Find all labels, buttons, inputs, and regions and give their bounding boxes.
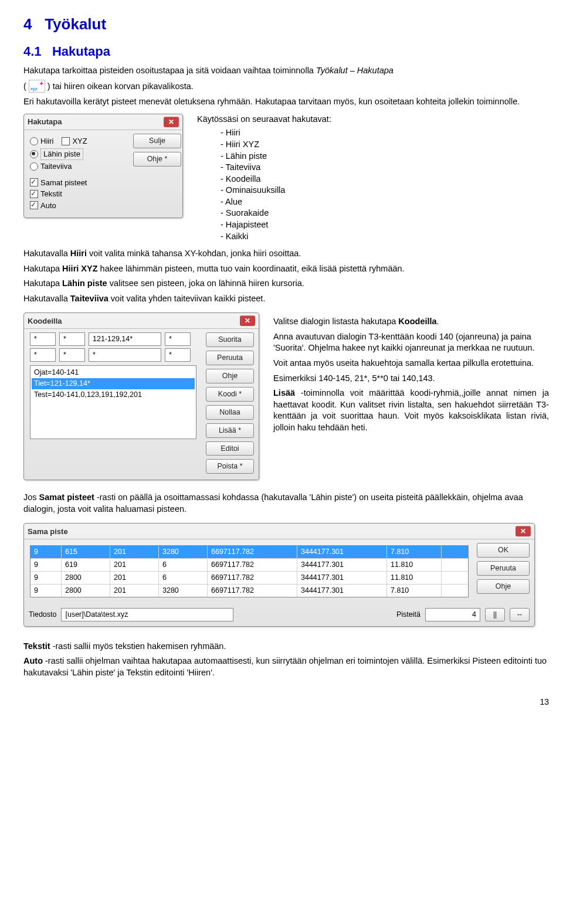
radio-taiteviiva[interactable]: Taiteviiva [30,161,124,172]
bar-button[interactable]: || [485,608,505,621]
koodeilla-dialog: Koodeilla ✕ * * 121-129,14* * * * * * [23,312,259,480]
table-row[interactable]: 9280020166697117.7823444177.30111.810 [30,572,468,585]
mid-p3: Hakutapa Lähin piste valitsee sen pistee… [23,278,549,290]
h1: 4 Työkalut [23,14,549,35]
check-samat-pisteet[interactable]: Samat pisteet [30,178,124,188]
hakutapa-dialog: Hakutapa ✕ Hiiri XYZ Lähin piste Taite [23,114,183,218]
table-row[interactable]: 961920166697117.7823444177.30111.810 [30,559,468,572]
koodeilla-p1: Valitse dialogin listasta hakutapa Koode… [273,316,549,328]
intro-p2: Eri hakutavoilla kerätyt pisteet menevät… [23,96,549,108]
dialog-title: Sama piste [28,526,68,537]
list-item: Hajapisteet [221,219,549,231]
poista-button[interactable]: Poista * [206,459,254,474]
h2: 4.1 Hakutapa [23,43,549,60]
sama-piste-dialog: Sama piste ✕ 961520132806697117.78234441… [23,523,535,626]
ohje-button[interactable]: Ohje [477,579,530,594]
radio-hiiri[interactable]: Hiiri XYZ [30,135,124,148]
koodeilla-p4: Esimerkiksi 140-145, 21*, 5**0 tai 140,1… [273,373,549,385]
table-row[interactable]: 9280020132806697117.7823444177.3017.810 [30,585,468,597]
field-r2-2[interactable]: * [59,348,85,362]
close-icon[interactable]: ✕ [164,117,179,127]
h1-num: 4 [23,15,32,33]
list-item: Alue [221,196,549,208]
pisteita-field: 4 [425,608,480,621]
footer-p1: Tekstit -rasti sallii myös tekstien hake… [23,641,549,653]
editoi-button[interactable]: Editoi [206,441,254,456]
footer-p2: Auto -rasti sallii ohjelman vaihtaa haku… [23,655,549,678]
koodeilla-p5: Lisää -toiminnolla voit määrittää koodi-… [273,388,549,433]
list-item: Ominaisuuksilla [221,185,549,196]
intro-icon-line: ( ) tai hiiren oikean korvan pikavalikos… [23,80,549,93]
check-xyz[interactable]: XYZ [62,136,87,147]
minus-button[interactable]: -- [510,608,530,621]
field-r2-3[interactable]: * [89,348,161,362]
peruuta-button[interactable]: Peruuta [206,351,254,365]
nollaa-button[interactable]: Nollaa [206,405,254,420]
koodeilla-p2: Anna avautuvan dialogin T3-kenttään kood… [273,331,549,354]
list-item: Hiiri XYZ [221,139,549,151]
list-item: Koodeilla [221,174,549,185]
label-tiedosto: Tiedosto [29,610,56,620]
lisaa-button[interactable]: Lisää * [206,423,254,438]
koodi-button[interactable]: Koodi * [206,387,254,402]
h2-text: Hakutapa [52,44,110,59]
ok-button[interactable]: OK [477,543,530,558]
list-item: Suorakaide [221,208,549,219]
modes-list: HiiriHiiri XYZLähin pisteTaiteviivaKoode… [197,127,549,242]
label-pisteita: Pisteitä [396,610,420,620]
peruuta-button[interactable]: Peruuta [477,561,530,576]
check-tekstit[interactable]: Tekstit [30,189,124,199]
mid-p4: Hakutavalla Taiteviiva voit valita yhden… [23,293,549,305]
dialog-title: Hakutapa [28,117,62,127]
close-icon[interactable]: ✕ [240,315,255,326]
ohje-button[interactable]: Ohje [206,369,254,383]
dialog-title: Koodeilla [28,316,62,327]
page-number: 13 [23,697,549,708]
ohje-button[interactable]: Ohje * [133,152,181,167]
field-r2-1[interactable]: * [30,348,56,362]
close-icon[interactable]: ✕ [515,526,531,536]
field-r2-4[interactable]: * [165,348,191,362]
field-t4[interactable]: * [165,332,191,346]
table-row[interactable]: 961520132806697117.7823444177.3017.810 [30,546,468,559]
field-t2[interactable]: * [59,332,85,346]
list-item[interactable]: Test=140-141,0,123,191,192,201 [32,389,195,400]
field-t1[interactable]: * [30,332,56,346]
sama-piste-table: 961520132806697117.7823444177.3017.81096… [30,545,469,597]
list-item: Kaikki [221,231,549,243]
list-item: Lähin piste [221,151,549,162]
modes-intro: Käytössäsi on seuraavat hakutavat: [197,114,549,125]
list-item: Hiiri [221,127,549,139]
tiedosto-field[interactable]: [user]\Data\test.xyz [61,608,233,621]
h1-text: Työkalut [45,15,106,33]
koodi-listbox: Ojat=140-141 Tiet=121-129,14* Test=140-1… [30,365,196,439]
h2-num: 4.1 [23,44,42,59]
koodeilla-p3: Voit antaa myös useita hakuehtoja samall… [273,358,549,369]
mid-p1: Hakutavalla Hiiri voit valita minkä taha… [23,248,549,260]
check-auto[interactable]: Auto [30,201,124,211]
list-item: Taiteviiva [221,162,549,174]
radio-lahin-piste[interactable]: Lähin piste [30,148,124,160]
sulje-button[interactable]: Sulje [133,134,181,148]
suorita-button[interactable]: Suorita [206,332,254,347]
xyz-icon [29,80,45,93]
samat-intro: Jos Samat pisteet -rasti on päällä ja os… [23,492,549,515]
list-item[interactable]: Tiet=121-129,14* [32,378,195,389]
field-t3[interactable]: 121-129,14* [89,332,161,346]
list-item[interactable]: Ojat=140-141 [32,367,195,378]
intro-p1: Hakutapa tarkoittaa pisteiden osoitustap… [23,65,549,77]
mid-p2: Hakutapa Hiiri XYZ hakee lähimmän pistee… [23,263,549,275]
